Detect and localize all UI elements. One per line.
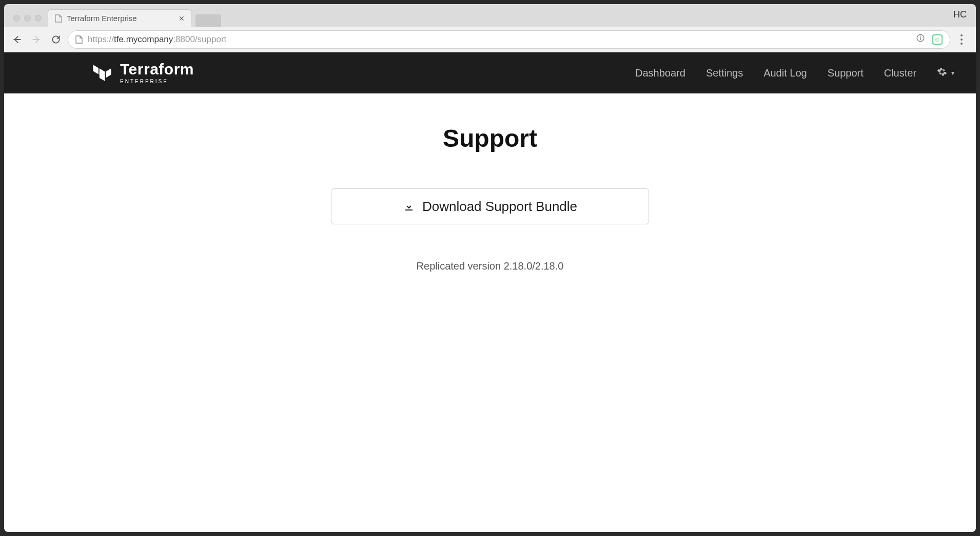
download-support-bundle-button[interactable]: Download Support Bundle xyxy=(331,188,649,224)
page-content: Support Download Support Bundle Replicat… xyxy=(4,93,763,272)
site-info-icon[interactable] xyxy=(75,35,83,44)
brand[interactable]: Terraform ENTERPRISE xyxy=(91,62,194,84)
tab-strip: Terraform Enterprise ✕ HC xyxy=(4,4,763,27)
svg-marker-5 xyxy=(106,68,111,78)
page-title: Support xyxy=(4,124,763,152)
nav-dashboard[interactable]: Dashboard xyxy=(635,67,685,79)
browser-tab[interactable]: Terraform Enterprise ✕ xyxy=(48,9,191,27)
terraform-logo-icon xyxy=(91,62,113,84)
browser-window: Terraform Enterprise ✕ HC https://tfe.my… xyxy=(4,4,763,416)
app-header: Terraform ENTERPRISE Dashboard Settings … xyxy=(4,52,763,93)
new-tab-button[interactable] xyxy=(195,14,221,27)
app-nav: Dashboard Settings Audit Log Support Clu… xyxy=(635,67,763,79)
maximize-window-icon[interactable] xyxy=(35,15,42,22)
reload-button[interactable] xyxy=(48,32,64,47)
version-text: Replicated version 2.18.0/2.18.0 xyxy=(4,260,763,272)
download-icon xyxy=(403,200,415,213)
brand-name: Terraform xyxy=(120,62,194,77)
forward-button[interactable] xyxy=(29,32,44,47)
back-button[interactable] xyxy=(9,32,25,47)
brand-subtitle: ENTERPRISE xyxy=(120,79,194,84)
window-controls[interactable] xyxy=(8,15,48,27)
address-bar[interactable]: https://tfe.mycompany:8800/support ☺ xyxy=(68,30,763,49)
app-viewport: Terraform ENTERPRISE Dashboard Settings … xyxy=(4,52,763,416)
nav-settings[interactable]: Settings xyxy=(706,67,743,79)
download-button-label: Download Support Bundle xyxy=(422,199,577,215)
minimize-window-icon[interactable] xyxy=(24,15,31,22)
tab-title: Terraform Enterprise xyxy=(67,14,137,23)
browser-toolbar: https://tfe.mycompany:8800/support ☺ xyxy=(4,27,763,52)
close-tab-icon[interactable]: ✕ xyxy=(179,14,185,23)
close-window-icon[interactable] xyxy=(13,15,20,22)
url-text: https://tfe.mycompany:8800/support xyxy=(88,34,226,45)
svg-marker-3 xyxy=(93,65,99,74)
page-icon xyxy=(54,14,63,23)
